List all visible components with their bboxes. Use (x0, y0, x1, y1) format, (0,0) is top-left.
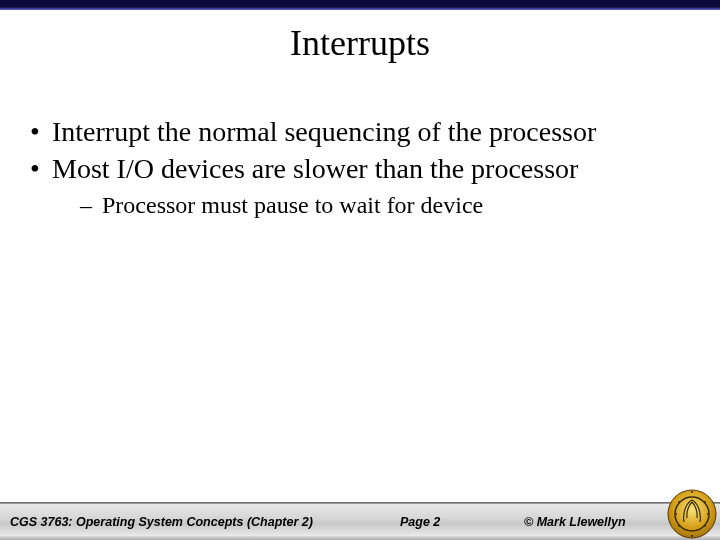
svg-point-3 (707, 513, 709, 515)
sub-bullet-item: Processor must pause to wait for device (52, 191, 696, 220)
slide-title: Interrupts (0, 22, 720, 64)
svg-point-4 (691, 491, 693, 493)
svg-point-9 (704, 525, 706, 527)
footer-page: Page 2 (400, 504, 440, 540)
bullet-text: Most I/O devices are slower than the pro… (52, 153, 578, 184)
bullet-item: Most I/O devices are slower than the pro… (24, 152, 696, 220)
footer-course: CGS 3763: Operating System Concepts (Cha… (10, 504, 313, 540)
sub-bullet-list: Processor must pause to wait for device (52, 191, 696, 220)
top-stripe (0, 0, 720, 10)
content-area: Interrupt the normal sequencing of the p… (24, 115, 696, 224)
slide: Interrupts Interrupt the normal sequenci… (0, 0, 720, 540)
svg-point-7 (704, 501, 706, 503)
bullet-list: Interrupt the normal sequencing of the p… (24, 115, 696, 220)
bullet-item: Interrupt the normal sequencing of the p… (24, 115, 696, 148)
footer-copyright: © Mark Llewellyn (524, 504, 626, 540)
footer: CGS 3763: Operating System Concepts (Cha… (0, 488, 720, 540)
ucf-seal-icon (664, 488, 720, 540)
svg-point-2 (675, 513, 677, 515)
svg-point-8 (678, 525, 680, 527)
svg-point-6 (678, 501, 680, 503)
svg-point-5 (691, 535, 693, 537)
